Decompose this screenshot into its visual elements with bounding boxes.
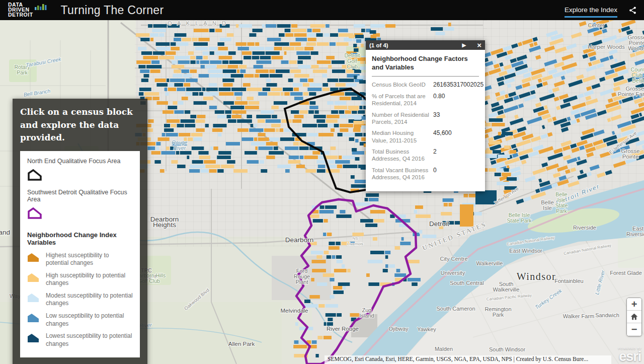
map-place-label: RougeRiver [172, 139, 188, 151]
map-place-label: Fontainbleu [554, 278, 584, 284]
legend-class-item: Lowest susceptibility to potential chang… [27, 332, 133, 348]
attribute-value: 45,600 [433, 129, 452, 144]
class-swatch-icon [27, 313, 39, 323]
explore-the-index-link[interactable]: Explore the Index [565, 3, 617, 18]
next-feature-button[interactable]: ▶ [462, 43, 466, 48]
map-canvas[interactable]: O A K L A N DCenterHarper WoodsGrossePoi… [0, 20, 644, 364]
esri-wordmark: esri [618, 350, 642, 363]
map-place-label: Allen Park [228, 341, 255, 347]
map-place-label: BelleIsleStatePark [555, 191, 568, 214]
share-button[interactable] [628, 6, 637, 15]
map-place-label: Melvindale [281, 308, 308, 314]
esri-logo[interactable]: POWERED BY esri [618, 347, 642, 364]
attribute-label: Number of Residential Parcels, 2014 [372, 111, 430, 126]
class-swatch-icon [27, 293, 39, 303]
bar-chart-icon [35, 3, 48, 10]
attribute-value: 33 [433, 111, 440, 126]
map-place-label: Detroit [429, 220, 449, 228]
map-place-label: Belle IsleState Park [507, 212, 532, 224]
map-place-label: South Windsor [489, 346, 525, 352]
map-place-label: Sandwich [595, 312, 619, 318]
popup-header: (1 of 4) ▶ × [366, 40, 485, 50]
app-header: DATA DRIVEN DETROIT Turning The Corner E… [0, 0, 644, 20]
legend-class-item: Low susceptibility to potential changes [27, 312, 133, 328]
map-nav-controls: + − [626, 298, 642, 336]
attribute-label: Census Block GeoID [372, 81, 430, 89]
southwest-swatch-icon [27, 207, 42, 220]
map-place-label: South Central [450, 280, 484, 286]
popup-row: Number of Residential Parcels, 201433 [372, 111, 479, 126]
map-place-label: Malden [435, 346, 453, 352]
attribute-value: 0 [433, 167, 437, 181]
attribute-value: 2 [433, 148, 437, 163]
active-tab-underline [565, 16, 617, 18]
map-place-label: River Rouge [327, 326, 359, 332]
legend-class-label: High susceptibility to potential changes [46, 272, 133, 287]
attribute-label: Median Housing Value, 2011-2015 [372, 129, 430, 144]
legend-class-label: Lowest susceptibility to potential chang… [46, 332, 133, 348]
attribute-label: % of Parcels that are Residential, 2014 [372, 93, 430, 107]
popup-row: % of Parcels that are Residential, 20140… [372, 93, 479, 107]
legend-class-label: Highest susceptibility to potential chan… [46, 252, 133, 267]
data-driven-detroit-logo[interactable]: DATA DRIVEN DETROIT [8, 3, 48, 18]
map-place-label: Walkerville [476, 260, 503, 266]
popup-row: Total Business Addresses, Q4 20162 [372, 148, 479, 163]
share-icon [628, 6, 637, 15]
class-swatch-icon [27, 272, 39, 283]
map-place-label: Ojibway [388, 326, 409, 332]
map-attribution: SEMCOG, Esri Canada, Esri, HERE, Garmin,… [325, 355, 611, 364]
legend-class-item: High susceptibility to potential changes [27, 272, 133, 287]
class-swatch-icon [27, 333, 39, 343]
home-button[interactable] [627, 311, 641, 323]
map-place-label: City Centre [440, 256, 467, 262]
legend-box: North End Qualitative Focus Area Southwe… [20, 151, 140, 358]
legend-panel: Click on a census block and explore the … [13, 99, 147, 364]
map-place-label: O A K L A N D [168, 20, 228, 26]
map-place-label: DearbornHeights [150, 215, 179, 229]
popup-body: Neighborhood Change Factors and Variable… [366, 50, 485, 191]
popup-row: Census Block GeoID261635317002025 [372, 81, 479, 89]
feature-popup: (1 of 4) ▶ × Neighborhood Change Factors… [366, 40, 485, 191]
popup-row: Median Housing Value, 2011-201545,600 [372, 129, 479, 144]
map-place-label: Westland [0, 229, 10, 236]
map-place-label: East Windsor [509, 248, 542, 254]
map-place-label: Dearborn [285, 236, 313, 244]
north-end-swatch-icon [27, 169, 42, 182]
zoom-out-button[interactable]: − [627, 323, 641, 336]
legend-instruction: Click on a census block and explore the … [20, 106, 140, 144]
map-place-label: Walker Farm [563, 313, 595, 319]
logo-text: DATA DRIVEN DETROIT [8, 3, 33, 18]
map-place-label: Center [588, 22, 604, 28]
map-place-label: Windsor [517, 271, 556, 282]
zoom-in-button[interactable]: + [627, 298, 641, 311]
page-title: Turning The Corner [61, 4, 164, 17]
popup-row: Total Vacant Business Addresses, Q4 2016… [372, 167, 479, 181]
attribute-label: Total Vacant Business Addresses, Q4 2016 [372, 167, 430, 181]
class-swatch-icon [27, 252, 39, 263]
legend-variables-title: Neighborhood Change Index Variables [27, 231, 133, 246]
focus-area-label: Southwest Detroit Qualitative Focus Area [27, 189, 133, 203]
map-place-label: University [441, 270, 465, 276]
legend-class-label: Modest susceptibility to potential chang… [46, 292, 133, 308]
legend-class-list: Highest susceptibility to potential chan… [27, 252, 133, 348]
close-icon[interactable]: × [477, 41, 481, 49]
map-place-label: Forest Glade [610, 270, 642, 276]
legend-class-item: Highest susceptibility to potential chan… [27, 252, 133, 267]
map-place-label: South Cameron [436, 306, 475, 312]
attribute-value: 0.80 [433, 93, 445, 107]
map-place-label: CountryClub ofDetroit [631, 66, 644, 84]
home-icon [630, 313, 638, 320]
map-place-label: GrossePointe [621, 148, 639, 160]
legend-class-label: Low susceptibility to potential changes [46, 312, 133, 328]
map-place-label: Harper Woods [588, 44, 625, 50]
legend-class-item: Modest susceptibility to potential chang… [27, 292, 133, 308]
map-place-label: BelleIsle [541, 199, 554, 211]
focus-area-label: North End Qualitative Focus Area [27, 158, 133, 165]
attribute-label: Total Business Addresses, Q4 2016 [372, 148, 430, 163]
attribute-value: 261635317002025 [433, 81, 484, 89]
popup-divider [372, 76, 479, 77]
map-place-label: Riverside [573, 225, 596, 231]
map-place-label: Yawkey [417, 326, 436, 332]
map-place-label: GrossePointeWoods [627, 34, 644, 51]
popup-attribute-table: Census Block GeoID261635317002025% of Pa… [372, 81, 479, 181]
